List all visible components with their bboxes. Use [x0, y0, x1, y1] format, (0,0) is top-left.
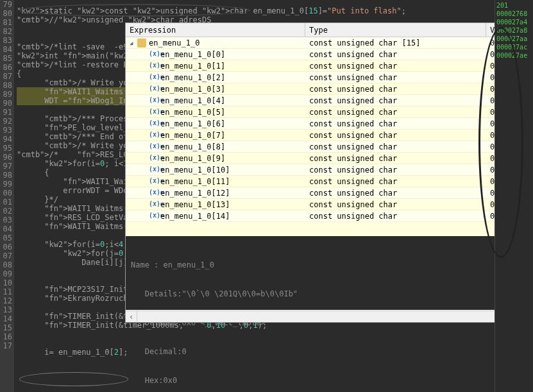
memory-panel[interactable]: 20100002768000027a4000027a8000027aa00002… — [495, 0, 533, 392]
var-name: en_menu_1_0 — [149, 38, 199, 47]
line-num: 80 — [0, 9, 12, 18]
watch-row[interactable]: (x)=en_menu_1_0[13]const unsigned char0x… — [126, 199, 532, 210]
var-name: en_menu_1_0[3] — [160, 85, 225, 94]
var-type: const unsigned char — [305, 96, 486, 105]
memory-address: 201 — [496, 1, 532, 10]
line-num: 05 — [0, 234, 12, 243]
line-num: 90 — [0, 99, 12, 108]
variable-icon: (x)= — [149, 177, 158, 186]
watch-row[interactable]: (x)=en_menu_1_0[5]const unsigned char0x5… — [126, 107, 532, 118]
line-num: 88 — [0, 81, 12, 90]
watch-row[interactable]: (x)=en_menu_1_0[12]const unsigned char0x… — [126, 187, 532, 199]
watch-body[interactable]: ◢ en_menu_1_0 const unsigned char [15] 0… — [126, 37, 532, 236]
variable-icon: (x)= — [149, 62, 158, 71]
line-num: 81 — [0, 18, 12, 27]
watch-row[interactable]: (x)=en_menu_1_0[11]const unsigned char0x… — [126, 176, 532, 187]
var-name: en_menu_1_0[10] — [160, 166, 230, 175]
line-num: 13 — [0, 305, 12, 314]
watch-row[interactable]: (x)=en_menu_1_0[1]const unsigned char0x6… — [126, 60, 532, 72]
variable-icon: (x)= — [149, 73, 158, 82]
watch-row[interactable]: (x)=en_menu_1_0[7]const unsigned char0x0 — [126, 130, 532, 141]
variable-icon: (x)= — [149, 166, 158, 175]
variable-icon: (x)= — [149, 50, 158, 59]
watch-row[interactable]: (x)=en_menu_1_0[8]const unsigned char0x3… — [126, 141, 532, 153]
watch-row[interactable]: (x)=en_menu_1_0[9]const unsigned char0x6… — [126, 153, 532, 164]
var-type: const unsigned char — [305, 85, 486, 94]
line-num: 92 — [0, 117, 12, 126]
col-expression[interactable]: Expression — [126, 23, 305, 37]
variable-icon: (x)= — [149, 212, 158, 221]
line-num: 94 — [0, 135, 12, 144]
variable-icon: (x)= — [149, 119, 158, 128]
var-name: en_menu_1_0[5] — [160, 108, 225, 117]
memory-address: 000027aa — [496, 35, 532, 43]
var-name: en_menu_1_0[12] — [160, 189, 230, 198]
memory-address: 00002768 — [496, 10, 532, 18]
col-type[interactable]: Type — [305, 23, 486, 37]
watch-row-root[interactable]: ◢ en_menu_1_0 const unsigned char [15] 0… — [126, 37, 532, 49]
variable-icon: (x)= — [149, 200, 158, 209]
var-name: en_menu_1_0[11] — [160, 177, 230, 186]
line-num: 91 — [0, 108, 12, 117]
memory-address: 000027ae — [496, 51, 532, 60]
struct-icon — [137, 38, 146, 47]
line-num: 08 — [0, 260, 12, 269]
line-num: 09 — [0, 269, 12, 278]
horizontal-scrollbar[interactable]: ‹ — [126, 311, 532, 322]
watch-row[interactable]: (x)=en_menu_1_0[10]const unsigned char0x… — [126, 164, 532, 176]
line-num: 00 — [0, 189, 12, 198]
line-num: 85 — [0, 54, 12, 63]
var-name: en_menu_1_0[6] — [160, 119, 225, 128]
line-num: 82 — [0, 27, 12, 36]
var-name: en_menu_1_0[0] — [160, 50, 225, 59]
var-type: const unsigned char — [305, 50, 486, 59]
var-type: const unsigned char — [305, 154, 486, 163]
variable-icon: (x)= — [149, 108, 158, 117]
var-name: en_menu_1_0[2] — [160, 73, 225, 82]
memory-address: 000027a8 — [496, 26, 532, 35]
memory-address: 000027a4 — [496, 18, 532, 26]
detail-decimal: Decimal:0 — [131, 347, 527, 357]
var-name: en_menu_1_0[9] — [160, 154, 225, 163]
var-type: const unsigned char [15] — [305, 38, 486, 47]
line-num: 87 — [0, 72, 12, 81]
line-num: 04 — [0, 225, 12, 234]
var-name: en_menu_1_0[1] — [160, 62, 225, 71]
var-type: const unsigned char — [305, 131, 486, 140]
line-num: 14 — [0, 314, 12, 323]
line-num: 02 — [0, 207, 12, 216]
variable-icon: (x)= — [149, 154, 158, 163]
var-type: const unsigned char — [305, 166, 486, 175]
variable-icon: (x)= — [149, 142, 158, 151]
line-num: 07 — [0, 251, 12, 260]
var-type: const unsigned char — [305, 212, 486, 221]
watch-row[interactable]: (x)=en_menu_1_0[4]const unsigned char0x8… — [126, 95, 532, 107]
detail-name: Name : en_menu_1_0 — [131, 260, 527, 270]
scroll-left-icon[interactable]: ‹ — [126, 311, 137, 323]
var-name: en_menu_1_0[14] — [160, 212, 230, 221]
watch-row[interactable]: (x)=en_menu_1_0[14]const unsigned char0x… — [126, 210, 532, 222]
var-name: en_menu_1_0[4] — [160, 96, 225, 105]
line-num: 10 — [0, 278, 12, 287]
watch-row[interactable]: (x)=en_menu_1_0[6]const unsigned char0x0 — [126, 118, 532, 130]
line-num: 95 — [0, 144, 12, 153]
line-num: 99 — [0, 180, 12, 189]
line-num: 06 — [0, 243, 12, 251]
var-type: const unsigned char — [305, 177, 486, 186]
watch-window[interactable]: Expression Type Value ◢ en_menu_1_0 cons… — [125, 22, 533, 323]
watch-row[interactable]: (x)=en_menu_1_0[2]const unsigned char0x0 — [126, 72, 532, 83]
variable-icon: (x)= — [149, 96, 158, 105]
variable-icon: (x)= — [149, 85, 158, 94]
line-num: 93 — [0, 126, 12, 135]
var-name: en_menu_1_0[7] — [160, 131, 225, 140]
collapse-icon[interactable]: ◢ — [130, 40, 136, 46]
watch-row[interactable]: (x)=en_menu_1_0[3]const unsigned char0x2… — [126, 83, 532, 95]
line-num: 84 — [0, 45, 12, 54]
watch-row[interactable]: (x)=en_menu_1_0[0]const unsigned char0x0 — [126, 49, 532, 60]
line-num: 03 — [0, 216, 12, 225]
var-type: const unsigned char — [305, 189, 486, 198]
line-num: 96 — [0, 153, 12, 162]
line-num: 16 — [0, 332, 12, 341]
variable-icon: (x)= — [149, 189, 158, 198]
var-type: const unsigned char — [305, 200, 486, 209]
